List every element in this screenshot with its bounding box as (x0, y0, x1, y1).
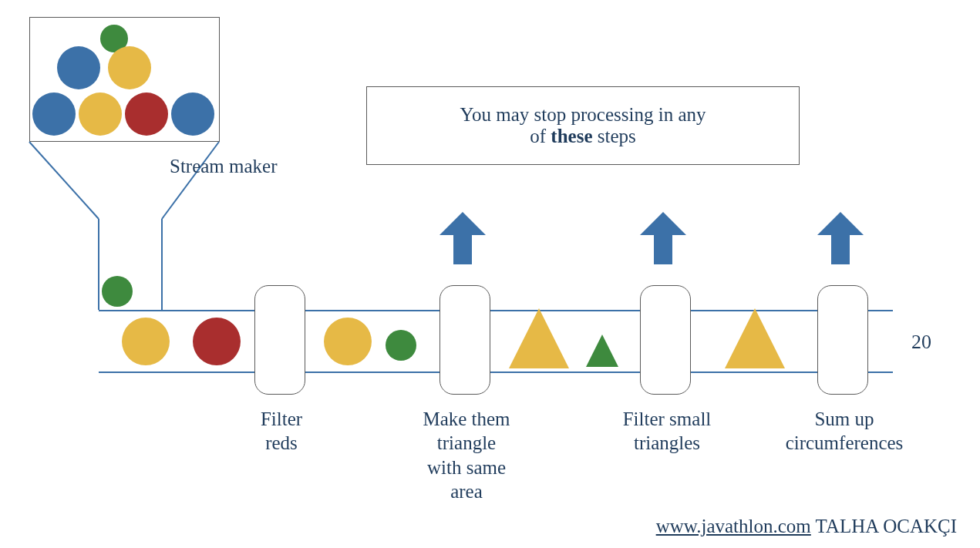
diagram-stage: Stream maker You may stop processing in … (0, 0, 980, 548)
triangle-shape (725, 308, 785, 368)
circle-shape (193, 318, 241, 365)
svg-line-1 (162, 142, 219, 219)
circle-shape (122, 318, 170, 365)
up-arrow-icon (439, 212, 486, 264)
triangle-shape (586, 335, 618, 367)
info-line2-bold: these (551, 126, 592, 146)
up-arrow-icon (640, 212, 686, 264)
pipe-bottom (99, 371, 893, 373)
svg-line-0 (29, 142, 99, 219)
funnel-label: Stream maker (170, 154, 324, 178)
credit: www.javathlon.com TALHA OCAKÇI (656, 516, 957, 537)
credit-author: TALHA OCAKÇI (811, 516, 957, 536)
station-label-filter-small: Filter smalltriangles (586, 407, 748, 456)
station-filter-small (640, 285, 691, 395)
up-arrow-icon (817, 212, 864, 264)
station-label-filter-reds: Filterreds (200, 407, 362, 456)
circle-shape (386, 330, 416, 361)
info-line2-post: steps (592, 126, 635, 146)
station-make-triangle (439, 285, 490, 395)
info-line1: You may stop processing in any (460, 104, 706, 125)
station-label-make-triangle: Make themtrianglewith samearea (386, 407, 547, 503)
circle-shape (324, 318, 372, 365)
station-sum (817, 285, 868, 395)
pipeline-result: 20 (898, 330, 945, 355)
info-box: You may stop processing in any of these … (366, 86, 800, 165)
credit-link[interactable]: www.javathlon.com (656, 516, 811, 536)
station-filter-reds (254, 285, 305, 395)
info-line2-pre: of (530, 126, 551, 146)
triangle-shape (509, 308, 569, 368)
circle-shape (102, 276, 133, 307)
station-label-sum: Sum upcircumferences (763, 407, 925, 456)
